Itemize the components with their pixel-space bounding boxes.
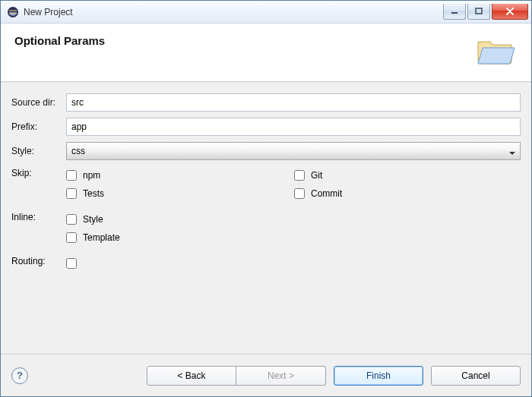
window-controls	[442, 4, 528, 20]
label-routing: Routing:	[11, 254, 66, 266]
cancel-button[interactable]: Cancel	[431, 366, 521, 386]
row-skip: Skip: npm Tests	[11, 166, 521, 203]
inline-style-label: Style	[83, 214, 103, 225]
folder-open-icon	[475, 34, 518, 68]
style-select[interactable]: css	[66, 142, 521, 160]
row-routing: Routing:	[11, 254, 521, 273]
inline-style-checkbox[interactable]	[66, 214, 77, 225]
finish-button[interactable]: Finish	[334, 366, 423, 386]
wizard-header: Optional Params	[1, 24, 531, 82]
eclipse-icon	[7, 6, 19, 18]
inline-template-checkbox[interactable]	[66, 232, 77, 243]
svg-rect-2	[476, 8, 482, 14]
source-dir-input[interactable]	[66, 93, 521, 112]
maximize-button[interactable]	[467, 4, 490, 20]
minimize-button[interactable]	[443, 4, 466, 20]
svg-rect-1	[451, 12, 458, 14]
skip-commit-checkbox[interactable]	[294, 188, 305, 199]
dialog-window: New Project Optional Params Source	[0, 0, 532, 397]
back-button[interactable]: < Back	[147, 366, 236, 386]
row-prefix: Prefix:	[11, 118, 521, 136]
style-select-value: css	[71, 146, 85, 156]
label-prefix: Prefix:	[11, 121, 66, 132]
close-button[interactable]	[492, 4, 528, 20]
skip-tests-checkbox[interactable]	[66, 188, 77, 199]
skip-git-label: Git	[311, 170, 322, 181]
titlebar: New Project	[1, 1, 531, 24]
skip-tests-label: Tests	[83, 188, 104, 199]
row-style: Style: css	[11, 142, 521, 160]
chevron-down-icon	[509, 148, 515, 154]
help-button[interactable]: ?	[11, 367, 28, 384]
skip-npm-label: npm	[83, 170, 100, 181]
skip-commit-label: Commit	[311, 188, 342, 199]
page-title: Optional Params	[14, 34, 105, 47]
label-skip: Skip:	[11, 166, 66, 178]
skip-git-checkbox[interactable]	[294, 170, 305, 181]
form-area: Source dir: Prefix: Style: css	[1, 82, 531, 354]
row-inline: Inline: Style Template	[11, 210, 521, 247]
label-style: Style:	[11, 146, 66, 156]
label-inline: Inline:	[11, 210, 66, 222]
next-button[interactable]: Next >	[236, 366, 326, 386]
inline-template-label: Template	[83, 232, 120, 243]
prefix-input[interactable]	[66, 118, 521, 136]
skip-npm-checkbox[interactable]	[66, 170, 77, 181]
window-title: New Project	[24, 7, 442, 17]
label-source-dir: Source dir:	[11, 97, 66, 108]
button-bar: ? < Back Next > Finish Cancel	[1, 354, 531, 396]
routing-checkbox[interactable]	[66, 258, 77, 269]
row-source-dir: Source dir:	[11, 93, 521, 112]
help-icon: ?	[17, 370, 23, 381]
